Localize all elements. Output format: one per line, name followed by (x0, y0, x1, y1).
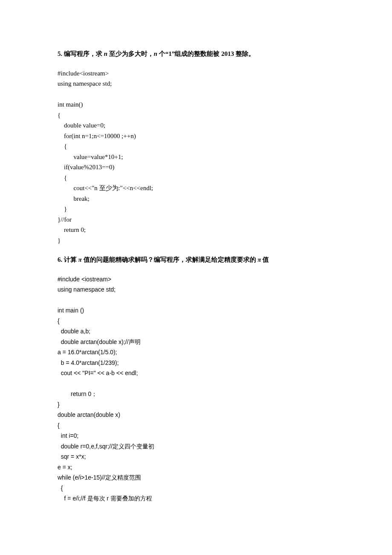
heading-text: 值 (261, 256, 269, 263)
heading-text: 5. 编写程序，求 (58, 50, 104, 57)
section-gap (58, 246, 334, 255)
problem-6-code-block: #include <iostream> using namespace std;… (58, 274, 334, 504)
heading-symbol-pi: π (257, 256, 261, 263)
problem-5-code-block: #include<iostream> using namespace std; … (58, 68, 334, 246)
heading-text: 个“1”组成的整数能被 2013 整除。 (157, 50, 255, 57)
code-content: #include <iostream> using namespace std;… (58, 274, 334, 504)
problem-5-heading: 5. 编写程序，求 n 至少为多大时，n 个“1”组成的整数能被 2013 整除… (58, 49, 334, 59)
heading-text: 值的问题能精确求解吗？编写程序，求解满足给定精度要求的 (82, 256, 258, 263)
heading-variable-n: n (104, 50, 107, 57)
heading-symbol-pi: π (78, 256, 82, 263)
code-content: #include<iostream> using namespace std; … (58, 68, 334, 246)
heading-text: 至少为多大时， (107, 50, 154, 57)
heading-variable-n: n (154, 50, 157, 57)
problem-6-heading: 6. 计算 π 值的问题能精确求解吗？编写程序，求解满足给定精度要求的 π 值 (58, 255, 334, 265)
heading-text: 6. 计算 (58, 256, 78, 263)
document-page: 5. 编写程序，求 n 至少为多大时，n 个“1”组成的整数能被 2013 整除… (0, 0, 392, 555)
